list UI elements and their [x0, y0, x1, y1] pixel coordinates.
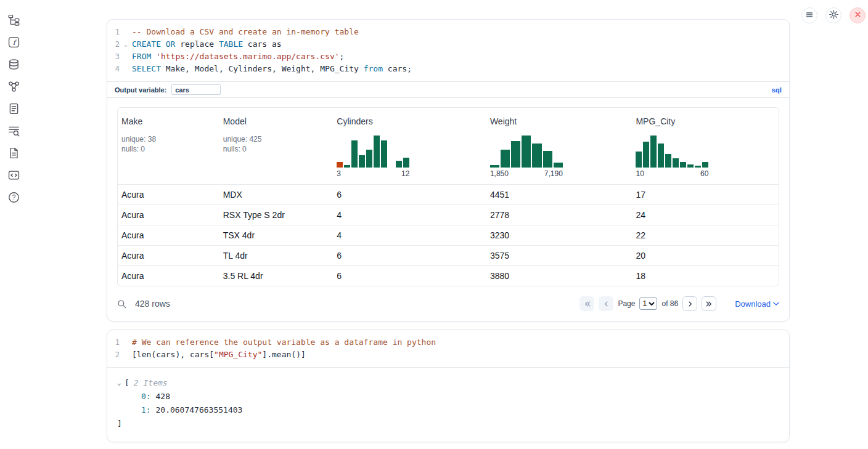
output-tree-entries: 0: 4281: 20.060747663551403: [117, 390, 779, 417]
column-header-mpg_city[interactable]: MPG_City1060: [632, 108, 779, 184]
menu-button[interactable]: [801, 7, 817, 23]
collapse-chevron-icon[interactable]: ⌄: [117, 376, 125, 390]
code-token: Make, Model, Cylinders, Weight, MPG_City: [161, 64, 364, 73]
table-cell[interactable]: 3.5 RL 4dr: [219, 266, 334, 286]
table-cell[interactable]: 3230: [486, 225, 633, 245]
table-cell[interactable]: 4451: [486, 185, 633, 204]
histogram-bar: [702, 162, 708, 168]
sql-code-editor[interactable]: 1-- Download a CSV and create an in-memo…: [107, 20, 789, 81]
table-cell[interactable]: 20: [632, 246, 779, 265]
line-number: 2: [107, 349, 120, 361]
first-page-button[interactable]: [579, 296, 594, 311]
table-cell[interactable]: Acura: [118, 225, 219, 245]
code-token: [151, 52, 156, 61]
search-icon[interactable]: [117, 299, 126, 309]
table-row[interactable]: AcuraTSX 4dr4323022: [118, 225, 779, 245]
settings-button[interactable]: [825, 7, 841, 23]
histogram-bar: [673, 158, 679, 168]
histogram-bar: [403, 158, 409, 168]
output-variable-input[interactable]: [171, 84, 221, 95]
download-button[interactable]: Download: [735, 299, 779, 309]
code-text: FROM 'https://datasets.marimo.app/cars.c…: [132, 51, 344, 63]
code-token: 'https://datasets.marimo.app/cars.csv': [156, 52, 339, 61]
table-cell[interactable]: 6: [333, 185, 486, 204]
next-page-button[interactable]: [682, 296, 697, 311]
column-header-model[interactable]: Modelunique: 425nulls: 0: [219, 108, 334, 184]
gear-icon: [829, 9, 839, 22]
python-cell: 1# We can reference the output variable …: [107, 330, 790, 442]
dependency-graph-icon[interactable]: [7, 80, 20, 92]
histogram-min-label: 1,850: [490, 169, 509, 178]
code-token: from: [364, 64, 383, 73]
histogram-bar: [501, 150, 510, 168]
column-header-weight[interactable]: Weight1,8507,190: [486, 108, 633, 184]
line-number: 1: [107, 336, 120, 349]
histogram-bar: [532, 144, 541, 168]
code-token: CREATE: [132, 39, 161, 49]
table-cell[interactable]: MDX: [219, 185, 334, 204]
column-header-make[interactable]: Makeunique: 38nulls: 0: [118, 108, 219, 184]
code-token: "MPG_City": [214, 350, 262, 359]
chevron-left-icon: [602, 299, 611, 309]
documentation-icon[interactable]: [7, 147, 20, 159]
scratchpad-icon[interactable]: [7, 102, 20, 115]
table-row[interactable]: AcuraRSX Type S 2dr4277824: [118, 204, 779, 225]
column-stat: nulls: 0: [121, 144, 216, 154]
output-list-item: 1: 20.060747663551403: [117, 403, 779, 417]
table-row[interactable]: AcuraMDX6445117: [118, 184, 779, 204]
output-list-item: 0: 428: [117, 390, 779, 403]
function-icon[interactable]: f: [7, 36, 20, 48]
table-cell[interactable]: TL 4dr: [219, 246, 334, 265]
histogram-bar: [344, 165, 350, 168]
histogram-bar: [490, 165, 499, 168]
left-sidebar: f ?: [0, 0, 27, 449]
top-actions: [801, 7, 866, 23]
table-cell[interactable]: RSX Type S 2dr: [219, 205, 334, 225]
table-cell[interactable]: 22: [632, 225, 779, 245]
table-cell[interactable]: 6: [333, 246, 486, 265]
fold-gutter: [120, 26, 132, 38]
table-cell[interactable]: Acura: [118, 185, 219, 204]
histogram-bars: [337, 136, 409, 168]
table-row[interactable]: Acura3.5 RL 4dr6388018: [118, 265, 779, 286]
last-page-button[interactable]: [702, 296, 716, 311]
close-bracket: ]: [117, 417, 779, 431]
table-cell[interactable]: Acura: [118, 266, 219, 286]
table-row[interactable]: AcuraTL 4dr6357520: [118, 245, 779, 265]
help-icon[interactable]: ?: [7, 191, 20, 203]
table-cell[interactable]: 3880: [486, 266, 633, 286]
python-code-editor[interactable]: 1# We can reference the output variable …: [107, 330, 789, 368]
code-text: CREATE OR replace TABLE cars as: [132, 38, 282, 51]
fold-gutter: [120, 349, 132, 361]
code-text: SELECT Make, Model, Cylinders, Weight, M…: [132, 63, 412, 75]
close-button[interactable]: [850, 7, 866, 23]
table-cell[interactable]: 4: [333, 225, 486, 245]
hamburger-icon: [805, 10, 814, 22]
table-cell[interactable]: 17: [632, 185, 779, 204]
close-icon: [853, 10, 862, 21]
database-icon[interactable]: [7, 58, 20, 70]
table-cell[interactable]: TSX 4dr: [219, 225, 334, 245]
file-tree-icon[interactable]: [7, 14, 20, 26]
table-cell[interactable]: 3575: [486, 246, 633, 265]
table-cell[interactable]: 6: [333, 266, 486, 286]
column-stat: unique: 425: [223, 134, 330, 144]
table-cell[interactable]: 4: [333, 205, 486, 225]
column-header-cylinders[interactable]: Cylinders312: [333, 108, 486, 184]
table-cell[interactable]: 24: [632, 205, 779, 225]
table-cell[interactable]: Acura: [118, 246, 219, 265]
output-item-key: 0:: [141, 392, 155, 401]
table-cell[interactable]: Acura: [118, 205, 219, 225]
prev-page-button[interactable]: [599, 296, 613, 311]
chevron-right-icon: [686, 299, 695, 309]
logs-icon[interactable]: [7, 124, 20, 137]
fold-chevron-icon[interactable]: ⌄: [120, 38, 132, 51]
table-cell[interactable]: 2778: [486, 205, 633, 225]
code-token: ].mean()]: [262, 350, 305, 359]
table-cell[interactable]: 18: [632, 266, 779, 286]
output-item-value: 20.060747663551403: [155, 405, 242, 415]
snippets-icon[interactable]: [7, 169, 20, 181]
language-badge[interactable]: sql: [771, 86, 782, 94]
column-label: Make: [121, 116, 216, 126]
page-select[interactable]: 1: [639, 297, 657, 310]
